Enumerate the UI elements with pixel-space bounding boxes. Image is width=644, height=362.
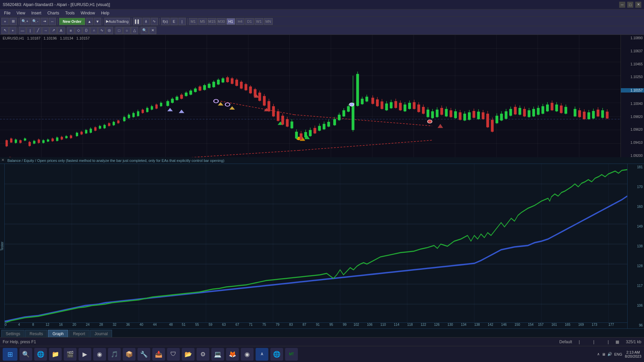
- settings-icon[interactable]: ⚙: [197, 348, 209, 361]
- tab-graph[interactable]: Graph: [48, 330, 68, 337]
- tab-report[interactable]: Report: [69, 330, 90, 337]
- filezilla-icon[interactable]: 🔧: [138, 348, 150, 361]
- menu-window[interactable]: Window: [78, 10, 98, 16]
- new-chart-button[interactable]: +: [1, 18, 9, 25]
- autotrading-button[interactable]: ▶ AutoTrading: [104, 18, 130, 25]
- app2-icon[interactable]: ◉: [241, 348, 254, 361]
- sep-draw4: [139, 27, 140, 34]
- candle-button[interactable]: 🕯: [143, 18, 150, 25]
- toolbar1: + ⊞ 🔍+ 🔍- ⇥ ↔ New Order ▲ ▼ ▶ AutoTradin…: [0, 17, 644, 26]
- delete-button[interactable]: ✕: [149, 27, 156, 34]
- alpari-icon[interactable]: A: [256, 348, 268, 361]
- tray-sound[interactable]: 🔊: [607, 352, 612, 356]
- tf-m15[interactable]: M15: [208, 18, 216, 25]
- taskbar-right: ∧ 🖥 🔊 ENG 2:13 AM 8/20/2023: [597, 350, 641, 358]
- tf-h1[interactable]: H1: [226, 18, 235, 25]
- taskbar: ⊞ 🔍 🌐 📁 🎬 ▶ ◉ 🎵 📦 🔧 📥 🛡 📂 ⚙ 💻 🦊 ◉ A 🌐 MT…: [0, 346, 644, 362]
- chart-area[interactable]: EURUSD,H1 1.10187 1.10196 1.10134 1.1015…: [0, 35, 644, 159]
- tf-w1[interactable]: W1: [255, 18, 263, 25]
- crosshair-button[interactable]: +: [9, 27, 16, 34]
- gann-button[interactable]: ◇: [75, 27, 82, 34]
- tab-journal[interactable]: Journal: [90, 330, 112, 337]
- templates-button[interactable]: ⊞: [9, 18, 17, 25]
- menu-help[interactable]: Help: [98, 10, 112, 16]
- zoom-button[interactable]: 🔍: [141, 27, 149, 34]
- menu-tools[interactable]: Tools: [63, 10, 77, 16]
- minimize-button[interactable]: ─: [619, 2, 625, 8]
- triangle-button[interactable]: △: [131, 27, 138, 34]
- menu-view[interactable]: View: [14, 10, 28, 16]
- maximize-button[interactable]: □: [627, 2, 633, 8]
- chart-shift-button[interactable]: ⇥: [41, 18, 48, 25]
- indicators-button[interactable]: f(x): [161, 18, 170, 25]
- tab-settings[interactable]: Settings: [1, 330, 24, 337]
- tf-m30[interactable]: M30: [217, 18, 226, 25]
- tester-x-169: 169: [578, 323, 584, 326]
- trendline-button[interactable]: ╱: [34, 27, 42, 34]
- text-button[interactable]: A: [57, 27, 65, 34]
- sep4: [131, 18, 132, 25]
- ray-button[interactable]: →: [42, 27, 49, 34]
- svg-rect-36: [24, 138, 26, 140]
- sep1: [18, 18, 18, 25]
- chart-wrapper: EURUSD,H1 1.10187 1.10196 1.10134 1.1015…: [0, 35, 644, 157]
- tester-x-177: 177: [608, 323, 614, 326]
- rect-button[interactable]: □: [115, 27, 123, 34]
- package-icon[interactable]: 📦: [123, 348, 136, 361]
- tf-d1[interactable]: D1: [245, 18, 254, 25]
- tf-mn[interactable]: MN: [264, 18, 273, 25]
- media-player-icon[interactable]: 🎬: [64, 348, 76, 361]
- tray-language[interactable]: ENG: [614, 352, 622, 356]
- experts-button[interactable]: E: [170, 18, 178, 25]
- close-tester-button[interactable]: ✕: [1, 158, 4, 162]
- close-button[interactable]: ✕: [635, 2, 641, 8]
- chrome-icon[interactable]: 🌐: [270, 348, 283, 361]
- line-chart-button[interactable]: ∿: [151, 18, 158, 25]
- hline-button[interactable]: —: [19, 27, 26, 34]
- music-icon[interactable]: 🎵: [108, 348, 121, 361]
- computer-icon[interactable]: 💻: [211, 348, 224, 361]
- svg-rect-60: [80, 132, 83, 134]
- zoom-out-button[interactable]: 🔍-: [31, 18, 40, 25]
- app1-icon[interactable]: ◉: [93, 348, 106, 361]
- tray-up-arrow[interactable]: ∧: [597, 352, 600, 356]
- explorer-icon[interactable]: 📁: [49, 348, 62, 361]
- zoom-in-button[interactable]: 🔍+: [20, 18, 30, 25]
- search-taskbar-icon[interactable]: 🔍: [19, 348, 32, 361]
- firefox-icon[interactable]: 🦊: [226, 348, 239, 361]
- menu-file[interactable]: File: [1, 10, 13, 16]
- tf-m1[interactable]: M1: [189, 18, 198, 25]
- main-content: EURUSD,H1 1.10187 1.10196 1.10134 1.1015…: [0, 35, 644, 337]
- arrow-button[interactable]: ↗: [50, 27, 57, 34]
- pitchfork-button[interactable]: ⑃: [90, 27, 98, 34]
- clock[interactable]: 2:13 AM 8/20/2023: [625, 350, 641, 358]
- start-button[interactable]: ⊞: [3, 348, 17, 361]
- tester-x-40: 40: [140, 323, 143, 326]
- menu-insert[interactable]: Insert: [29, 10, 44, 16]
- tab-results[interactable]: Results: [25, 330, 47, 337]
- bar-chart-button[interactable]: ▌▌: [133, 18, 142, 25]
- buy-button[interactable]: ▲: [86, 18, 93, 25]
- period-sep-button[interactable]: |: [178, 18, 186, 25]
- tf-h4[interactable]: H4: [236, 18, 245, 25]
- autoscroll-button[interactable]: ↔: [49, 18, 56, 25]
- antivirus-icon[interactable]: 🛡: [167, 348, 180, 361]
- vlc-icon[interactable]: ▶: [78, 348, 91, 361]
- fibo-button[interactable]: ≡: [67, 27, 74, 34]
- tray-network[interactable]: 🖥: [602, 352, 605, 356]
- channel-button[interactable]: ⟨⟩: [83, 27, 90, 34]
- folder2-icon[interactable]: 📂: [182, 348, 195, 361]
- edge-icon[interactable]: 🌐: [34, 348, 47, 361]
- mail-icon[interactable]: 📥: [152, 348, 165, 361]
- cursor-button[interactable]: ↖: [1, 27, 9, 34]
- ellipse-button[interactable]: ○: [123, 27, 130, 34]
- new-order-button[interactable]: New Order: [59, 18, 85, 25]
- vline-button[interactable]: |: [26, 27, 34, 34]
- tester-x-59: 59: [209, 323, 212, 326]
- cycle-button[interactable]: ◎: [106, 27, 113, 34]
- app3-icon[interactable]: MT: [285, 348, 298, 361]
- tf-m5[interactable]: M5: [198, 18, 207, 25]
- sell-button[interactable]: ▼: [94, 18, 101, 25]
- menu-charts[interactable]: Charts: [45, 10, 62, 16]
- elliot-button[interactable]: ∿: [98, 27, 105, 34]
